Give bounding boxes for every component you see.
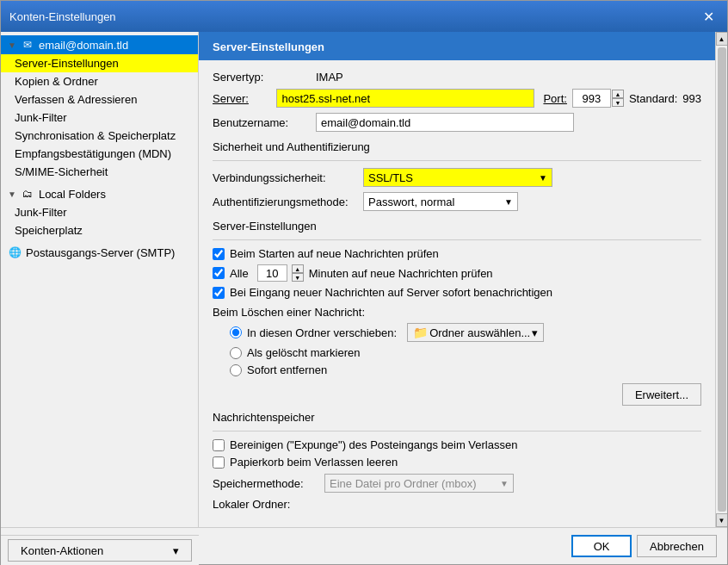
server-type-row: Servertyp: IMAP (213, 71, 701, 84)
sidebar-mdn-label: Empfangsbestätigungen (MDN) (15, 147, 171, 160)
check1-row: Beim Starten auf neue Nachrichten prüfen (213, 247, 701, 260)
message-storage-title: Nachrichtenspeicher (213, 411, 315, 424)
server-settings-section: Server-Einstellungen (213, 220, 701, 240)
minutes-down-button[interactable]: ▼ (292, 273, 304, 282)
expand-icon: ▼ (8, 40, 16, 50)
check2-row: Alle ▲ ▼ Minuten auf neue Nachrichten pr… (213, 264, 701, 282)
local-expand-icon: ▼ (8, 189, 16, 199)
scroll-up-button[interactable]: ▲ (716, 32, 728, 46)
connection-security-label: Verbindungssicherheit: (213, 171, 363, 184)
auth-method-select[interactable]: Passwort, normal ▼ (363, 192, 518, 211)
smtp-label: Postausgangs-Server (SMTP) (26, 246, 175, 259)
folder-icon: 📁 (413, 326, 428, 339)
port-label: Port: (543, 92, 566, 105)
sidebar-item-copies[interactable]: Kopien & Ordner (1, 72, 198, 90)
sidebar-item-junk[interactable]: Junk-Filter (1, 109, 198, 127)
clean-checkbox[interactable] (213, 439, 225, 451)
radio3-input[interactable] (230, 364, 242, 376)
close-button[interactable]: ✕ (698, 6, 719, 27)
storage-method-select[interactable]: Eine Datei pro Ordner (mbox) ▼ (324, 474, 514, 493)
folder-button-label: Ordner auswählen... (429, 326, 530, 339)
connection-security-row: Verbindungssicherheit: SSL/TLS ▼ (213, 168, 701, 187)
auth-method-arrow-icon: ▼ (504, 197, 513, 207)
clean-checkbox-row: Bereinigen ("Expunge") des Posteingangs … (213, 438, 701, 451)
standard-value: 993 (682, 92, 701, 105)
sidebar-item-compose[interactable]: Verfassen & Adressieren (1, 90, 198, 109)
check3-row: Bei Eingang neuer Nachrichten auf Server… (213, 286, 701, 299)
check3-checkbox[interactable] (213, 287, 225, 299)
scroll-thumb[interactable] (718, 47, 726, 512)
sidebar-item-smime[interactable]: S/MIME-Sicherheit (1, 163, 198, 181)
server-input[interactable] (276, 89, 534, 108)
port-up-button[interactable]: ▲ (612, 90, 624, 98)
radio1-input[interactable] (230, 326, 242, 338)
sidebar: ▼ ✉ email@domain.tld Server-Einstellunge… (1, 32, 199, 527)
right-panel: Server-Einstellungen Servertyp: IMAP Ser… (199, 32, 715, 527)
username-label: Benutzername: (213, 116, 316, 129)
sidebar-item-local-junk[interactable]: Junk-Filter (1, 203, 198, 221)
panel-body: Servertyp: IMAP Server: Port: ▲ (199, 60, 715, 526)
sidebar-local-folders[interactable]: ▼ 🗂 Local Folders (1, 184, 198, 203)
minutes-spinner-container: ▲ ▼ (254, 264, 304, 282)
local-folder-label: Lokaler Ordner: (213, 498, 316, 511)
radio3-label: Sofort entfernen (247, 363, 327, 376)
advanced-button[interactable]: Erweitert... (622, 383, 701, 406)
sidebar-item-sync[interactable]: Synchronisation & Speicherplatz (1, 127, 198, 145)
port-input[interactable] (572, 89, 611, 108)
advanced-button-row: Erweitert... (213, 383, 701, 406)
sidebar-item-local-storage[interactable]: Speicherplatz (1, 221, 198, 239)
scrollbar[interactable]: ▲ ▼ (715, 32, 727, 527)
local-folder-icon: 🗂 (21, 187, 34, 201)
folder-dropdown-icon: ▾ (532, 326, 538, 339)
auth-method-row: Authentifizierungsmethode: Passwort, nor… (213, 192, 701, 211)
radio2-row: Als gelöscht markieren (230, 346, 701, 359)
minutes-input[interactable] (257, 264, 287, 282)
server-type-label: Servertyp: (213, 71, 316, 84)
sidebar-item-mdn[interactable]: Empfangsbestätigungen (MDN) (1, 145, 198, 163)
ok-button[interactable]: OK (571, 535, 632, 557)
sidebar-smtp[interactable]: 🌐 Postausgangs-Server (SMTP) (1, 243, 198, 262)
delete-section: Beim Löschen einer Nachricht: (213, 306, 701, 319)
check2-checkbox[interactable] (213, 267, 225, 279)
username-input[interactable] (316, 113, 574, 132)
right-panel-container: Server-Einstellungen Servertyp: IMAP Ser… (199, 32, 727, 527)
sidebar-smime-label: S/MIME-Sicherheit (15, 165, 108, 178)
server-row: Server: Port: ▲ ▼ Standard: (213, 89, 701, 108)
check1-label: Beim Starten auf neue Nachrichten prüfen (230, 247, 439, 260)
account-label: email@domain.tld (39, 39, 128, 52)
check1-checkbox[interactable] (213, 248, 225, 260)
minutes-spinner: ▲ ▼ (292, 264, 304, 282)
security-section: Sicherheit und Authentifizierung (213, 140, 701, 161)
auth-method-value: Passwort, normal (368, 196, 454, 208)
sidebar-local-junk-label: Junk-Filter (15, 206, 67, 219)
port-down-button[interactable]: ▼ (612, 98, 624, 107)
sidebar-item-server-settings[interactable]: Server-Einstellungen (1, 54, 198, 72)
trash-checkbox[interactable] (213, 456, 225, 469)
auth-method-label: Authentifizierungsmethode: (213, 196, 363, 208)
message-storage-section: Nachrichtenspeicher (213, 411, 701, 432)
dialog-window: Konten-Einstellungen ✕ ▼ ✉ email@domain.… (0, 0, 728, 565)
server-settings-title: Server-Einstellungen (213, 220, 317, 233)
check2-label: Alle (230, 267, 249, 280)
delete-section-label: Beim Löschen einer Nachricht: (213, 306, 365, 319)
sidebar-local-storage-label: Speicherplatz (15, 224, 83, 237)
sidebar-account[interactable]: ▼ ✉ email@domain.tld (1, 35, 198, 54)
minutes-up-button[interactable]: ▲ (292, 264, 304, 273)
radio2-label: Als gelöscht markieren (247, 346, 361, 359)
main-content: ▼ ✉ email@domain.tld Server-Einstellunge… (1, 32, 727, 527)
check3-label: Bei Eingang neuer Nachrichten auf Server… (230, 286, 552, 299)
standard-label: Standard: (629, 92, 677, 105)
radio1-row: In diesen Ordner verschieben: 📁 Ordner a… (230, 323, 701, 342)
storage-method-row: Speichermethode: Eine Datei pro Ordner (… (213, 474, 701, 493)
radio-group: In diesen Ordner verschieben: 📁 Ordner a… (230, 323, 701, 376)
connection-security-select[interactable]: SSL/TLS ▼ (363, 168, 552, 187)
title-bar: Konten-Einstellungen ✕ (1, 1, 727, 32)
folder-select-button[interactable]: 📁 Ordner auswählen... ▾ (407, 323, 544, 342)
port-spinner-container: ▲ ▼ (572, 89, 624, 108)
port-spinner: ▲ ▼ (612, 90, 624, 107)
scroll-down-button[interactable]: ▼ (716, 513, 728, 527)
storage-method-label: Speichermethode: (213, 477, 324, 490)
security-title: Sicherheit und Authentifizierung (213, 140, 370, 153)
cancel-button[interactable]: Abbrechen (637, 535, 717, 557)
radio2-input[interactable] (230, 347, 242, 359)
